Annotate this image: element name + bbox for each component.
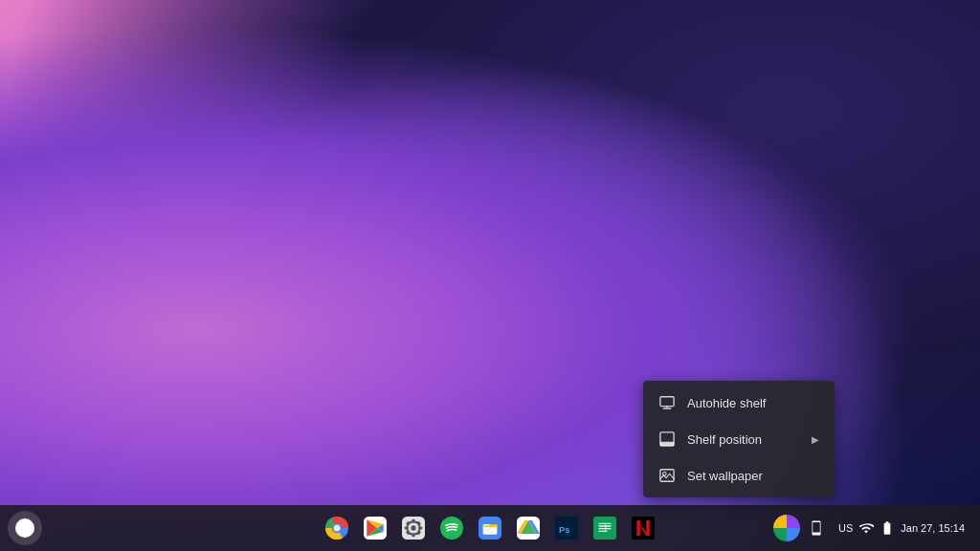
play-store-app-icon[interactable]: [358, 511, 392, 545]
set-wallpaper-label: Set wallpaper: [687, 469, 819, 483]
settings-app-icon[interactable]: [396, 511, 431, 545]
avatar-icon: [773, 515, 800, 541]
shelf-position-arrow: ▶: [812, 434, 819, 445]
svg-point-13: [411, 525, 415, 530]
menu-item-autohide-shelf[interactable]: Autohide shelf: [643, 385, 835, 421]
shelf-status-area: US Jan 27, 15:14: [771, 513, 972, 543]
svg-rect-15: [412, 533, 415, 537]
wallpaper-icon: [658, 467, 676, 484]
shelf: Ps: [0, 505, 980, 551]
menu-item-shelf-position[interactable]: Shelf position ▶: [643, 421, 835, 457]
context-menu: Autohide shelf Shelf position ▶ Set wall…: [643, 381, 835, 497]
shelf-position-icon: [658, 430, 676, 448]
svg-rect-14: [412, 519, 415, 523]
aura-icon[interactable]: [771, 513, 802, 543]
wifi-icon: [858, 520, 874, 536]
svg-rect-5: [660, 470, 674, 481]
svg-rect-16: [405, 527, 409, 530]
svg-rect-17: [418, 527, 422, 530]
svg-rect-0: [660, 397, 674, 407]
battery-icon: [880, 520, 895, 536]
shelf-apps: Ps: [320, 511, 660, 545]
drive-app-icon[interactable]: [511, 511, 546, 545]
files-app-icon[interactable]: [473, 511, 507, 545]
launcher-icon: [15, 518, 34, 538]
shelf-position-label: Shelf position: [687, 432, 800, 447]
svg-point-22: [440, 517, 463, 540]
status-tray[interactable]: US Jan 27, 15:14: [831, 517, 972, 540]
svg-rect-1: [663, 408, 672, 408]
svg-point-6: [663, 472, 667, 475]
sheets-app-icon[interactable]: [588, 511, 622, 545]
clock-label: Jan 27, 15:14: [901, 522, 965, 534]
svg-point-9: [334, 525, 341, 532]
chrome-app-icon[interactable]: [320, 511, 354, 545]
spotify-app-icon[interactable]: [434, 511, 469, 545]
monitor-icon: [658, 394, 676, 411]
svg-rect-4: [660, 442, 674, 446]
shelf-left: [8, 511, 42, 545]
netflix-app-icon[interactable]: [626, 511, 660, 545]
launcher-button[interactable]: [8, 511, 42, 545]
svg-rect-33: [605, 523, 606, 532]
photoshop-app-icon[interactable]: Ps: [549, 511, 584, 545]
network-label: US: [838, 522, 853, 534]
menu-item-set-wallpaper[interactable]: Set wallpaper: [643, 457, 835, 494]
svg-text:Ps: Ps: [559, 525, 569, 535]
autohide-shelf-label: Autohide shelf: [687, 396, 819, 410]
phone-icon[interactable]: [808, 519, 825, 537]
